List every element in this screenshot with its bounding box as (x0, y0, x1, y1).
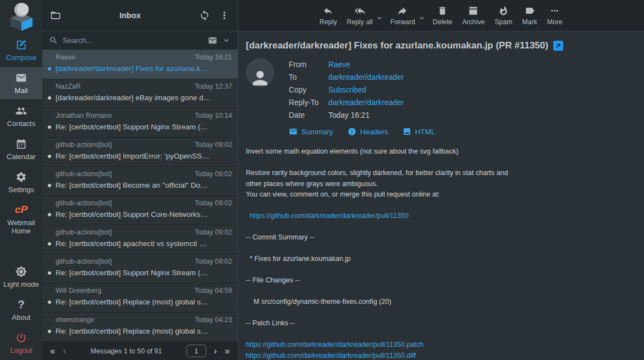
header-value-to[interactable]: darkreader/darkreader (328, 73, 404, 81)
more-vert-icon[interactable] (219, 10, 230, 21)
prev-page-button[interactable]: ‹ (63, 346, 66, 356)
refresh-icon[interactable] (199, 10, 210, 21)
toolbar-button-label: More (547, 18, 563, 26)
list-header: Inbox (42, 0, 238, 31)
sidebar-spacer (0, 241, 42, 261)
delete-icon (437, 6, 448, 18)
message-list-item[interactable]: Will GreenbergToday 04:59Re: [certbot/ce… (42, 283, 238, 313)
reply-all-dropdown-caret-icon[interactable] (376, 14, 383, 22)
sidebar-item-light-mode[interactable]: Light mode (0, 261, 42, 293)
reply-button[interactable]: Reply (315, 3, 342, 28)
body-link[interactable]: https://github.com/darkreader/darkreader… (246, 351, 636, 360)
summary-link[interactable]: Summary (289, 127, 333, 136)
cypht-logo[interactable] (0, 0, 42, 33)
message-time: Today 09:02 (195, 199, 232, 207)
body-text-line (246, 200, 636, 211)
header-value-reply-to[interactable]: darkreader/darkreader (328, 99, 404, 107)
message-subject: [darkreader/darkreader] Fixes for azurla… (56, 64, 208, 73)
header-row: DateToday 16:21 (289, 109, 404, 122)
header-value-date: Today 16:21 (328, 111, 370, 119)
more-horiz-icon (549, 6, 560, 18)
html-link[interactable]: HTML (403, 127, 436, 136)
sidebar-item-calendar[interactable]: Calendar (0, 133, 42, 165)
message-subject: Re: [certbot/certbot] Replace (most) glo… (56, 327, 208, 335)
mark-button[interactable]: Mark (518, 3, 542, 28)
search-input[interactable] (63, 36, 203, 45)
folder-title: Inbox (61, 11, 199, 20)
message-time: Today 04:59 (195, 287, 232, 294)
spam-button[interactable]: Spam (489, 3, 517, 28)
forward-dropdown-caret-icon[interactable] (418, 14, 426, 22)
message-list-item[interactable]: ohemorangeToday 04:23Re: [certbot/certbo… (42, 313, 238, 341)
message-time: Today 09:02 (195, 141, 232, 149)
chevron-down-icon[interactable] (222, 36, 231, 45)
sidebar-item-settings[interactable]: Settings (0, 166, 42, 198)
body-link[interactable]: https://github.com/darkreader/darkreader… (246, 340, 636, 351)
page-number-input[interactable] (186, 345, 206, 357)
sidebar-item-webmail-home[interactable]: cPWebmail Home (0, 199, 42, 239)
message-subject: Re: [certbot/certbot] Support Core-Netwo… (56, 210, 208, 219)
sidebar-item-mail[interactable]: Mail (0, 67, 42, 99)
sidebar-item-label: Contacts (7, 119, 35, 128)
body-text-line (246, 308, 636, 319)
forward-button[interactable]: Forward (386, 3, 420, 28)
headers-link[interactable]: Headers (348, 127, 388, 136)
unread-dot-icon (48, 271, 51, 275)
cpanel-icon: cP (15, 204, 27, 216)
message-list-item[interactable]: github-actions[bot]Today 09:02Re: [certb… (42, 225, 238, 254)
message-sender: NazZaR (56, 83, 81, 90)
reading-pane: ReplyReply allForwardDeleteArchiveSpamMa… (238, 0, 644, 360)
message-sender: github-actions[bot] (56, 258, 112, 265)
message-time: Today 09:02 (195, 170, 232, 178)
body-text-line: -- Commit Summary -- (246, 232, 636, 243)
message-header: FromRaeveTodarkreader/darkreaderCopySubs… (246, 58, 636, 122)
envelope-icon[interactable] (208, 36, 217, 45)
archive-button[interactable]: Archive (457, 3, 489, 28)
last-page-button[interactable]: » (225, 346, 230, 356)
sidebar-item-label: Mail (15, 86, 28, 95)
message-list-item[interactable]: github-actions[bot]Today 09:02Re: [certb… (42, 138, 238, 167)
message-list-item[interactable]: RaeveToday 16:21[darkreader/darkreader] … (42, 50, 238, 79)
body-link[interactable]: https://github.com/darkreader/darkreader… (246, 211, 636, 222)
body-text-line: M src/config/dynamic-theme-fixes.config … (246, 297, 636, 308)
more-button[interactable]: More (542, 3, 568, 28)
message-sender: github-actions[bot] (56, 141, 112, 149)
sidebar-item-logout[interactable]: Logout (0, 327, 42, 359)
webmail-app: Compose MailContactsCalendarSettingscPWe… (0, 0, 644, 360)
message-list-item[interactable]: github-actions[bot]Today 09:02Re: [certb… (42, 167, 238, 196)
toolbar-button-label: Mark (522, 18, 537, 26)
header-row: FromRaeve (289, 58, 404, 71)
body-text-line: -- File Changes -- (246, 275, 636, 286)
body-text-line: * Fixes for azurlane.koumakan.jp (246, 254, 636, 265)
folder-open-icon[interactable] (50, 10, 61, 21)
archive-icon (468, 6, 478, 18)
message-list-item[interactable]: github-actions[bot]Today 09:02Re: [certb… (42, 196, 238, 225)
external-link-icon[interactable] (553, 41, 563, 51)
message-list-item[interactable]: NazZaRToday 12:37[darkreader/darkreader]… (42, 79, 238, 108)
message-list: RaeveToday 16:21[darkreader/darkreader] … (42, 50, 238, 341)
power-icon (15, 331, 27, 343)
delete-button[interactable]: Delete (428, 3, 458, 28)
body-text-line: other places where grays were ambiguous. (246, 179, 636, 190)
first-page-button[interactable]: « (50, 346, 55, 356)
header-value-from[interactable]: Raeve (328, 61, 350, 69)
gear-icon (15, 171, 27, 183)
message-subject: [darkreader/darkreader] Fixes for azurla… (246, 40, 636, 51)
sidebar-item-contacts[interactable]: Contacts (0, 100, 42, 132)
message-list-item[interactable]: Jonathan RomanoToday 10:14Re: [certbot/c… (42, 108, 238, 138)
message-time: Today 10:14 (195, 112, 232, 119)
body-text-line (246, 286, 636, 297)
message-list-item[interactable]: github-actions[bot]Today 09:02Re: [certb… (42, 254, 238, 283)
message-toolbar: ReplyReply allForwardDeleteArchiveSpamMa… (238, 0, 644, 31)
message-time: Today 12:37 (195, 83, 232, 90)
sidebar-item-label: Calendar (7, 152, 36, 161)
message-body: Invert some math equation elements (not … (246, 146, 636, 360)
sidebar-item-about[interactable]: ?About (0, 294, 42, 326)
unread-dot-icon (48, 155, 51, 158)
sidebar-nav: MailContactsCalendarSettingscPWebmail Ho… (0, 67, 42, 241)
contacts-icon (15, 105, 27, 117)
compose-button[interactable]: Compose (0, 34, 42, 66)
next-page-button[interactable]: › (214, 346, 217, 356)
header-value-copy[interactable]: Subscribed (328, 86, 366, 94)
reply-all-button[interactable]: Reply all (342, 3, 378, 28)
